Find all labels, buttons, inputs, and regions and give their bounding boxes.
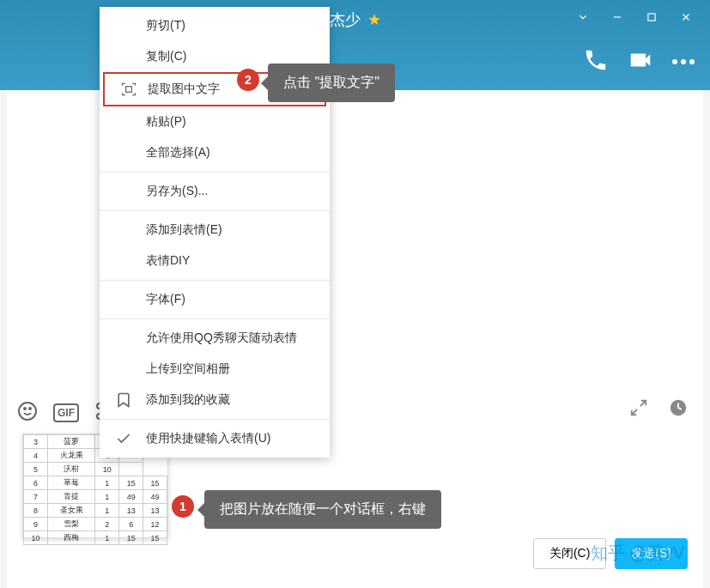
menu-divider <box>100 419 330 420</box>
menu-item-11[interactable]: 字体(F) <box>100 284 330 315</box>
header-actions <box>583 47 695 76</box>
table-cell: 49 <box>119 490 143 504</box>
menu-item-17[interactable]: 使用快捷键输入表情(U) <box>100 423 330 454</box>
table-cell: 菠萝 <box>47 435 95 449</box>
table-cell <box>119 463 143 476</box>
table-cell: 6 <box>119 518 143 531</box>
step-1-badge: 1 <box>172 495 194 518</box>
close-icon[interactable] <box>669 3 703 31</box>
svg-line-12 <box>640 401 646 406</box>
table-cell: 雪梨 <box>47 518 95 531</box>
table-cell: 草莓 <box>47 476 95 490</box>
bottom-buttons: 关闭(C) 发送(S) <box>533 538 688 569</box>
menu-item-label: 复制(C) <box>146 49 186 64</box>
table-cell: 15 <box>143 531 167 545</box>
send-button[interactable]: 发送(S) <box>615 538 688 569</box>
menu-item-label: 字体(F) <box>146 292 185 307</box>
video-icon[interactable] <box>628 47 653 76</box>
window-title: 杰少 ★ <box>330 9 381 30</box>
menu-item-14[interactable]: 上传到空间相册 <box>100 354 330 385</box>
history-icon[interactable] <box>669 398 688 421</box>
minimize-icon[interactable] <box>600 3 634 31</box>
table-cell: 10 <box>24 531 48 545</box>
menu-item-0[interactable]: 剪切(T) <box>100 10 330 41</box>
star-icon: ★ <box>367 10 381 29</box>
table-cell: 1 <box>95 504 119 518</box>
table-cell: 5 <box>24 463 48 476</box>
menu-item-label: 添加到我的收藏 <box>146 392 230 408</box>
table-cell: 3 <box>24 435 48 449</box>
menu-item-label: 使用快捷键输入表情(U) <box>146 431 270 446</box>
dropdown-icon[interactable] <box>566 3 600 31</box>
more-icon[interactable] <box>672 59 695 64</box>
svg-point-5 <box>24 408 26 409</box>
menu-item-9[interactable]: 表情DIY <box>100 246 330 276</box>
table-cell: 10 <box>95 463 119 476</box>
table-cell: 49 <box>143 490 167 504</box>
table-cell: 7 <box>24 490 48 504</box>
menu-item-label: 表情DIY <box>146 253 190 269</box>
menu-item-13[interactable]: 允许使用QQ秀聊天随动表情 <box>100 323 330 354</box>
table-row: 10西梅11515 <box>24 531 167 545</box>
menu-item-label: 另存为(S)... <box>146 184 208 199</box>
menu-item-label: 提取图中文字 <box>148 82 220 97</box>
table-cell: 1 <box>95 476 119 490</box>
table-cell: 9 <box>24 518 48 531</box>
table-cell: 1 <box>95 490 119 504</box>
menu-item-label: 允许使用QQ秀聊天随动表情 <box>146 330 297 346</box>
svg-rect-1 <box>648 14 655 21</box>
step-2-tooltip: 点击 "提取文字" <box>268 64 395 102</box>
table-cell: 2 <box>95 518 119 531</box>
table-cell: 15 <box>119 531 143 545</box>
table-cell: 火龙果 <box>47 449 95 463</box>
table-row: 6草莓11515 <box>24 476 167 490</box>
expand-icon[interactable] <box>629 398 648 421</box>
emoji-icon[interactable] <box>17 401 38 425</box>
maximize-icon[interactable] <box>634 3 669 31</box>
extract-text-icon <box>120 81 137 98</box>
svg-point-6 <box>29 408 31 409</box>
menu-item-label: 上传到空间相册 <box>146 361 230 377</box>
menu-item-15[interactable]: 添加到我的收藏 <box>100 385 330 415</box>
check-icon <box>115 430 132 447</box>
menu-item-label: 全部选择(A) <box>146 145 210 161</box>
table-cell: 15 <box>119 476 143 490</box>
table-row: 7青提14949 <box>24 490 167 504</box>
close-button[interactable]: 关闭(C) <box>533 538 606 569</box>
toolbar-right <box>629 398 688 421</box>
menu-item-6[interactable]: 另存为(S)... <box>100 176 330 207</box>
table-row: 8圣女果11313 <box>24 504 167 518</box>
svg-point-4 <box>19 403 36 420</box>
menu-divider <box>100 172 330 173</box>
table-row: 5沃柑10 <box>24 463 167 476</box>
contact-name: 杰少 <box>330 9 361 30</box>
table-cell: 8 <box>24 504 48 518</box>
table-cell: 13 <box>143 504 167 518</box>
gif-icon[interactable]: GIF <box>53 403 79 422</box>
step-1-tooltip: 把图片放在随便一个对话框，右键 <box>204 490 441 529</box>
call-icon[interactable] <box>583 47 609 76</box>
menu-item-3[interactable]: 粘贴(P) <box>100 106 330 137</box>
table-cell: 12 <box>143 518 167 531</box>
svg-line-13 <box>632 409 637 415</box>
svg-rect-15 <box>126 87 132 93</box>
window-controls <box>566 3 703 31</box>
bookmark-icon <box>115 391 132 409</box>
table-cell: 沃柑 <box>47 463 95 476</box>
table-cell: 西梅 <box>47 531 95 545</box>
table-cell: 15 <box>143 476 167 490</box>
table-cell: 13 <box>119 504 143 518</box>
table-row: 9雪梨2612 <box>24 518 167 531</box>
menu-item-label: 粘贴(P) <box>146 114 186 130</box>
menu-divider <box>100 318 330 319</box>
menu-item-8[interactable]: 添加到表情(E) <box>100 215 330 246</box>
table-cell: 1 <box>95 531 119 545</box>
table-cell: 青提 <box>47 490 95 504</box>
menu-item-4[interactable]: 全部选择(A) <box>100 137 330 168</box>
menu-item-label: 添加到表情(E) <box>146 222 222 238</box>
menu-divider <box>100 210 330 211</box>
table-cell: 圣女果 <box>47 504 95 518</box>
table-cell: 6 <box>24 476 48 490</box>
step-2-badge: 2 <box>237 69 259 91</box>
table-cell: 4 <box>24 449 48 463</box>
